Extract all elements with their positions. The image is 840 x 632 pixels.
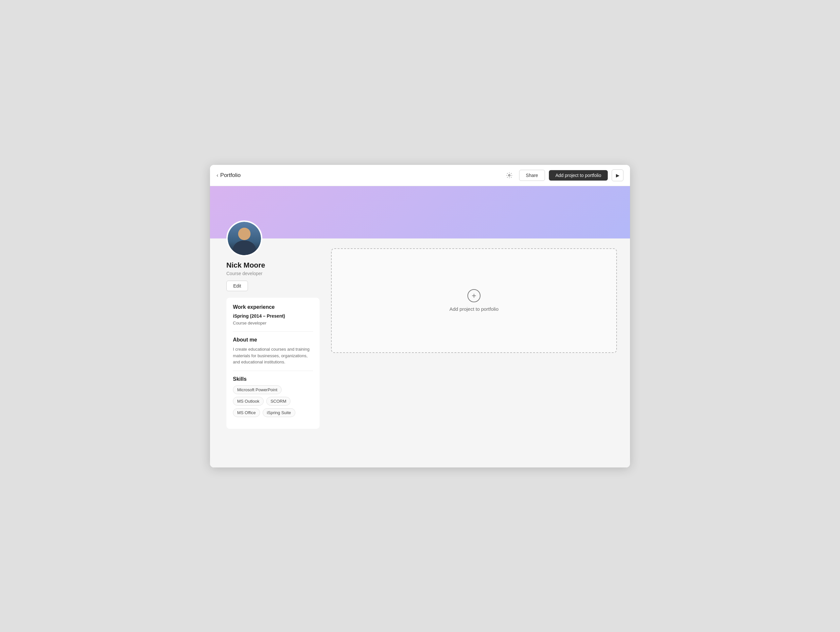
hero-banner	[210, 186, 630, 239]
back-icon: ‹	[216, 172, 218, 178]
work-experience-position: Course developer	[233, 320, 313, 327]
skill-tag: iSpring Suite	[263, 408, 295, 417]
portfolio-dropzone[interactable]: + Add project to portfolio	[331, 248, 617, 353]
work-experience-section: Work experience iSpring (2014 – Present)…	[233, 304, 313, 332]
edit-button[interactable]: Edit	[226, 281, 248, 291]
dropzone-label: Add project to portfolio	[450, 306, 499, 312]
skill-tag: MS Outlook	[233, 397, 264, 406]
avatar-face	[228, 222, 261, 255]
profile-name: Nick Moore	[226, 261, 321, 270]
work-experience-title: Work experience	[233, 304, 313, 310]
profile-role: Course developer	[226, 271, 321, 276]
skills-section: Skills Microsoft PowerPointMS OutlookSCO…	[233, 376, 313, 417]
svg-point-0	[508, 174, 510, 176]
avatar	[226, 221, 262, 256]
info-card: Work experience iSpring (2014 – Present)…	[226, 298, 320, 429]
about-me-text: I create educational courses and trainin…	[233, 346, 313, 365]
play-button[interactable]: ▶	[612, 169, 624, 181]
add-project-button[interactable]: Add project to portfolio	[549, 170, 608, 180]
skills-list: Microsoft PowerPointMS OutlookSCORMMS Of…	[233, 386, 313, 417]
navbar-title: Portfolio	[220, 172, 240, 179]
two-column-layout: Nick Moore Course developer Edit Work ex…	[223, 239, 617, 429]
profile-section: Nick Moore Course developer Edit Work ex…	[223, 239, 321, 429]
skills-title: Skills	[233, 376, 313, 382]
about-me-section: About me I create educational courses an…	[233, 337, 313, 371]
plus-icon: +	[467, 289, 480, 302]
skill-tag: SCORM	[266, 397, 291, 406]
content-area: Nick Moore Course developer Edit Work ex…	[210, 239, 630, 468]
share-button[interactable]: Share	[519, 170, 545, 181]
about-me-title: About me	[233, 337, 313, 343]
gear-icon	[506, 172, 513, 179]
main-col: + Add project to portfolio	[331, 239, 617, 353]
work-experience-company: iSpring (2014 – Present)	[233, 313, 313, 319]
skill-tag: Microsoft PowerPoint	[233, 386, 282, 394]
app-window: ‹ Portfolio Share Add project to portfol…	[210, 165, 630, 468]
avatar-wrapper	[226, 221, 262, 256]
navbar: ‹ Portfolio Share Add project to portfol…	[210, 165, 630, 186]
settings-button[interactable]	[504, 169, 515, 181]
play-icon: ▶	[616, 173, 619, 178]
skill-tag: MS Office	[233, 408, 260, 417]
back-button[interactable]: ‹ Portfolio	[216, 172, 241, 179]
